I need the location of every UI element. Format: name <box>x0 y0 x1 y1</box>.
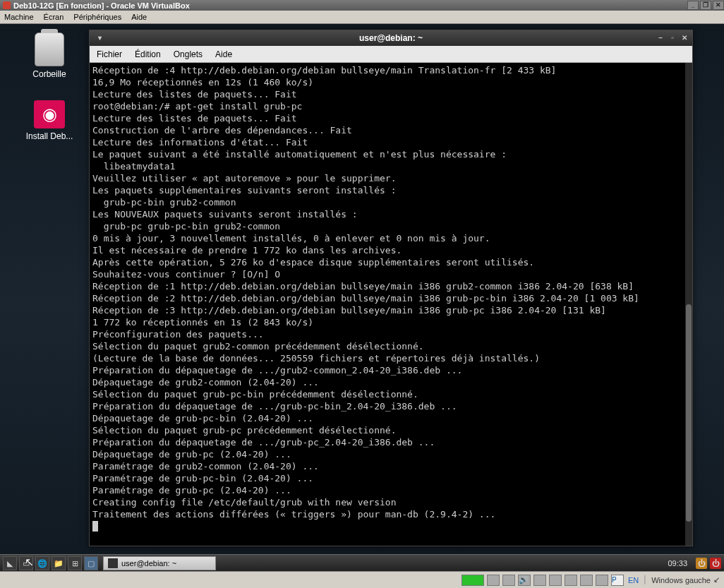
terminal-line: Préconfiguration des paquets... <box>92 328 689 340</box>
virtualbox-icon <box>3 1 11 9</box>
terminal-line: Creating config file /etc/default/grub w… <box>92 496 689 508</box>
terminal-line: (Lecture de la base de données... 250559… <box>92 352 689 364</box>
terminal-line: Préparation du dépaquetage de .../grub-p… <box>92 400 689 412</box>
terminal-line: Souhaitez-vous continuer ? [O/n] O <box>92 268 689 280</box>
vb-park-indicator: P <box>611 575 624 586</box>
install-label: Install Deb... <box>14 131 85 141</box>
terminal-line: Réception de :1 http://deb.debian.org/de… <box>92 280 689 292</box>
terminal-line: Traitement des actions différées (« trig… <box>92 508 689 520</box>
show-desktop-button[interactable]: ▭ <box>19 556 33 570</box>
vb-host-arrow-icon: ↙ <box>713 575 720 584</box>
terminal-line: Paramétrage de grub-pc (2.04-20) ... <box>92 484 689 496</box>
power-icon[interactable]: ⏻ <box>710 558 721 569</box>
terminal-line: 0 mis à jour, 3 nouvellement installés, … <box>92 232 689 244</box>
terminal-line: Dépaquetage de grub2-common (2.04-20) ..… <box>92 376 689 388</box>
terminal-menu-onglets[interactable]: Onglets <box>174 49 203 59</box>
terminal-line: Lecture des listes de paquets... Fait <box>92 88 689 100</box>
vb-usb-icon[interactable] <box>549 575 562 586</box>
vb-keyboard-lang[interactable]: EN <box>628 576 639 584</box>
web-browser-button[interactable]: 🌐 <box>35 556 49 570</box>
terminal-line: Il est nécessaire de prendre 1 772 ko da… <box>92 244 689 256</box>
terminal-line: Sélection du paquet grub2-common précéde… <box>92 340 689 352</box>
terminal-line: Après cette opération, 5 276 ko d'espace… <box>92 256 689 268</box>
virtualbox-title: Deb10-12G [En fonction] - Oracle VM Virt… <box>13 1 190 10</box>
terminal-menu-fichier[interactable]: Fichier <box>97 49 122 59</box>
terminal-line: 16,9 Mo réceptionnés en 12s (1 460 ko/s) <box>92 76 689 88</box>
vb-menu-machine[interactable]: Machine <box>4 13 34 21</box>
taskbar-terminal-task[interactable]: user@debian: ~ <box>103 556 216 570</box>
terminal-line: Le paquet suivant a été installé automat… <box>92 148 689 160</box>
trash-label: Corbeille <box>14 69 85 79</box>
terminal-line: Réception de :4 http://deb.debian.org/de… <box>92 64 689 76</box>
terminal-window: ▾ user@debian: ~ – ▫ ✕ Fichier Édition O… <box>89 30 693 546</box>
vb-status-separator: ⎮ <box>643 575 647 584</box>
install-debian-desktop-icon[interactable]: Install Deb... <box>14 100 85 141</box>
terminal-title: user@debian: ~ <box>359 33 423 43</box>
terminal-close-button[interactable]: ✕ <box>680 33 689 43</box>
terminal-line: Lecture des listes de paquets... Fait <box>92 112 689 124</box>
taskbar-task-label: user@debian: ~ <box>121 559 176 568</box>
vb-optical-disk-icon[interactable] <box>502 575 515 586</box>
lock-screen-icon[interactable]: ⏻ <box>696 558 707 569</box>
terminal-line: Paramétrage de grub2-common (2.04-20) ..… <box>92 460 689 472</box>
taskbar-clock[interactable]: 09:33 <box>668 559 687 568</box>
start-menu-button[interactable]: ◣ <box>3 556 17 570</box>
terminal-content[interactable]: Réception de :4 http://deb.debian.org/de… <box>90 63 692 546</box>
terminal-line: Construction de l'arbre des dépendances.… <box>92 124 689 136</box>
vb-display-icon[interactable] <box>580 575 593 586</box>
vb-host-key-label: Windows gauche <box>651 576 711 584</box>
terminal-maximize-button[interactable]: ▫ <box>668 33 677 43</box>
terminal-line: libeatmydata1 <box>92 160 689 172</box>
terminal-launcher-button[interactable]: ▢ <box>84 556 98 570</box>
debian-swirl-icon <box>34 100 65 128</box>
guest-taskbar: ◣ ▭ 🌐 📁 ⊞ ▢ user@debian: ~ 09:33 ⏻ ⏻ <box>0 554 724 571</box>
terminal-menu-edition[interactable]: Édition <box>135 49 161 59</box>
vb-recording-icon[interactable] <box>596 575 608 586</box>
terminal-line: Réception de :3 http://deb.debian.org/de… <box>92 304 689 316</box>
terminal-cursor-line[interactable] <box>92 520 689 532</box>
terminal-menu-icon[interactable]: ▾ <box>95 33 104 43</box>
vb-menu-aide[interactable]: Aide <box>131 13 147 21</box>
virtualbox-menubar: Machine Écran Périphériques Aide <box>0 11 724 24</box>
terminal-line: root@debian:/# apt-get install grub-pc <box>92 100 689 112</box>
terminal-line: Paramétrage de grub-pc-bin (2.04-20) ... <box>92 472 689 484</box>
terminal-cursor <box>92 521 98 532</box>
terminal-line: Réception de :2 http://deb.debian.org/de… <box>92 292 689 304</box>
terminal-line: Les paquets supplémentaires suivants ser… <box>92 184 689 196</box>
terminal-line: Sélection du paquet grub-pc-bin précédem… <box>92 388 689 400</box>
virtualbox-titlebar: Deb10-12G [En fonction] - Oracle VM Virt… <box>0 0 724 11</box>
vb-maximize-button[interactable]: ❐ <box>700 1 711 10</box>
terminal-line: Les NOUVEAUX paquets suivants seront ins… <box>92 208 689 220</box>
terminal-line: grub-pc grub-pc-bin grub2-common <box>92 220 689 232</box>
file-manager-button[interactable]: 📁 <box>52 556 66 570</box>
terminal-task-icon <box>108 558 118 568</box>
vb-menu-peripheriques[interactable]: Périphériques <box>73 13 121 21</box>
virtualbox-statusbar: 🔊 P EN ⎮ Windows gauche ↙ <box>0 571 724 588</box>
terminal-line: 1 772 ko réceptionnés en 1s (2 843 ko/s) <box>92 316 689 328</box>
terminal-line: grub-pc-bin grub2-common <box>92 196 689 208</box>
workspace-switcher[interactable]: ⊞ <box>68 556 82 570</box>
terminal-line: Dépaquetage de grub-pc-bin (2.04-20) ... <box>92 412 689 424</box>
vb-close-button[interactable]: ✕ <box>713 1 724 10</box>
guest-desktop[interactable]: Corbeille Install Deb... ▾ user@debian: … <box>0 24 724 588</box>
terminal-line: Préparation du dépaquetage de .../grub-p… <box>92 436 689 448</box>
vb-shared-folders-icon[interactable] <box>565 575 577 586</box>
terminal-line: Sélection du paquet grub-pc précédemment… <box>92 424 689 436</box>
terminal-minimize-button[interactable]: – <box>656 33 665 43</box>
vb-hard-disk-icon[interactable] <box>487 575 500 586</box>
vb-network-icon[interactable] <box>533 575 546 586</box>
trash-icon <box>35 32 64 66</box>
terminal-scrollbar[interactable] <box>685 63 692 546</box>
terminal-line: Dépaquetage de grub-pc (2.04-20) ... <box>92 448 689 460</box>
terminal-titlebar[interactable]: ▾ user@debian: ~ – ▫ ✕ <box>90 30 692 46</box>
terminal-menubar: Fichier Édition Onglets Aide <box>90 46 692 63</box>
terminal-line: Lecture des informations d'état... Fait <box>92 136 689 148</box>
vb-menu-ecran[interactable]: Écran <box>44 13 64 21</box>
vb-audio-icon[interactable]: 🔊 <box>518 575 531 586</box>
terminal-line: Veuillez utiliser « apt autoremove » pou… <box>92 172 689 184</box>
terminal-scroll-thumb[interactable] <box>686 304 692 522</box>
trash-desktop-icon[interactable]: Corbeille <box>14 32 85 79</box>
terminal-menu-aide[interactable]: Aide <box>215 49 232 59</box>
vb-activity-indicator <box>461 575 484 586</box>
vb-minimize-button[interactable]: _ <box>687 1 699 10</box>
